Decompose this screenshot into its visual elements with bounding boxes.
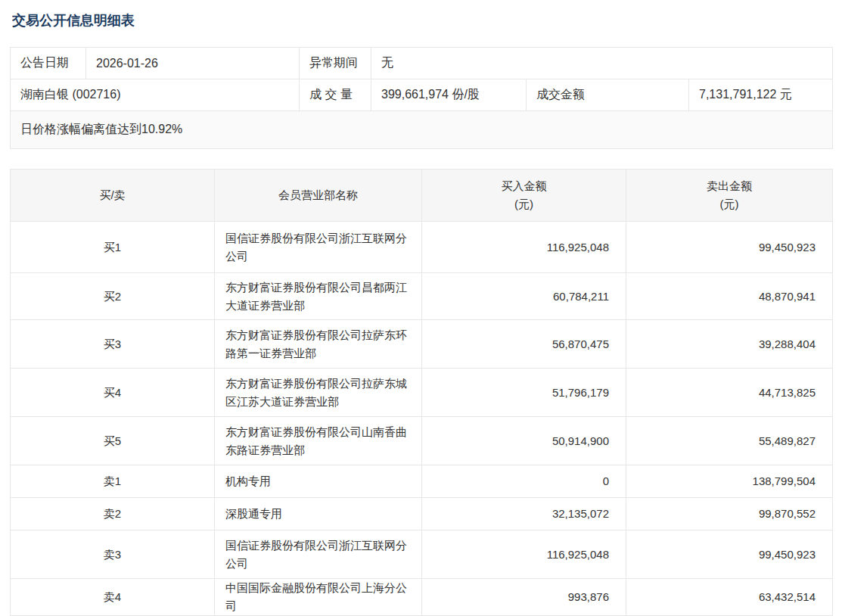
buy-amount-cell: 51,796,179	[422, 369, 626, 417]
sell-amount-cell: 44,713,825	[626, 369, 833, 417]
side-cell: 买1	[11, 222, 215, 273]
announcement-date-value: 2026-01-26	[86, 48, 300, 79]
buy-amount-cell: 993,876	[422, 579, 626, 616]
abnormal-period-value: 无	[371, 48, 833, 79]
summary-row-note: 日价格涨幅偏离值达到10.92%	[11, 111, 833, 149]
column-header-1: 会员营业部名称	[215, 170, 422, 222]
table-row: 卖1机构专用0138,799,504	[11, 465, 833, 498]
column-header-line1: 买入金额	[422, 177, 626, 195]
turnover-label: 成交金额	[527, 79, 689, 111]
table-row: 买3东方财富证券股份有限公司拉萨东环路第一证券营业部56,870,47539,2…	[11, 320, 833, 369]
turnover-value: 7,131,791,122 元	[689, 79, 833, 111]
buy-amount-cell: 60,784,211	[422, 273, 626, 320]
buy-amount-cell: 116,925,048	[422, 530, 626, 579]
sell-amount-cell: 63,432,514	[626, 579, 833, 616]
sell-amount-cell: 48,870,941	[626, 273, 833, 320]
table-row: 卖3国信证券股份有限公司浙江互联网分公司116,925,04899,450,92…	[11, 530, 833, 579]
table-row: 买2东方财富证券股份有限公司昌都两江大道证券营业部60,784,21148,87…	[11, 273, 833, 320]
branch-name-cell: 东方财富证券股份有限公司山南香曲东路证券营业部	[215, 417, 422, 465]
detail-table-header-row: 买/卖会员营业部名称买入金额(元)卖出金额(元)	[11, 170, 833, 222]
sell-amount-cell: 39,288,404	[626, 320, 833, 369]
side-cell: 卖2	[11, 498, 215, 530]
buy-amount-cell: 0	[422, 465, 626, 498]
buy-amount-cell: 56,870,475	[422, 320, 626, 369]
summary-table: 公告日期 2026-01-26 异常期间 无 湖南白银 (002716) 成 交…	[10, 47, 833, 149]
column-header-0: 买/卖	[11, 170, 215, 222]
column-header-line1: 卖出金额	[626, 177, 832, 195]
sell-amount-cell: 99,870,552	[626, 498, 833, 530]
stock-name: 湖南白银 (002716)	[11, 79, 300, 111]
sell-amount-cell: 99,450,923	[626, 222, 833, 273]
branch-name-cell: 国信证券股份有限公司浙江互联网分公司	[215, 222, 422, 273]
table-row: 买5东方财富证券股份有限公司山南香曲东路证券营业部50,914,90055,48…	[11, 417, 833, 465]
table-row: 买4东方财富证券股份有限公司拉萨东城区江苏大道证券营业部51,796,17944…	[11, 369, 833, 417]
volume-value: 399,661,974 份/股	[371, 79, 527, 111]
announcement-date-label: 公告日期	[11, 48, 86, 79]
buy-amount-cell: 32,135,072	[422, 498, 626, 530]
side-cell: 卖4	[11, 579, 215, 616]
branch-name-cell: 东方财富证券股份有限公司拉萨东环路第一证券营业部	[215, 320, 422, 369]
branch-name-cell: 国信证券股份有限公司浙江互联网分公司	[215, 530, 422, 579]
table-row: 卖2深股通专用32,135,07299,870,552	[11, 498, 833, 530]
column-header-line2: (元)	[626, 195, 832, 213]
side-cell: 买5	[11, 417, 215, 465]
sell-amount-cell: 55,489,827	[626, 417, 833, 465]
column-header-line1: 会员营业部名称	[215, 186, 421, 204]
abnormal-period-label: 异常期间	[300, 48, 371, 79]
volume-label: 成 交 量	[300, 79, 371, 111]
branch-name-cell: 东方财富证券股份有限公司拉萨东城区江苏大道证券营业部	[215, 369, 422, 417]
branch-name-cell: 机构专用	[215, 465, 422, 498]
table-row: 卖4中国国际金融股份有限公司上海分公司993,87663,432,514	[11, 579, 833, 616]
summary-row-stock: 湖南白银 (002716) 成 交 量 399,661,974 份/股 成交金额…	[11, 79, 833, 111]
column-header-line2: (元)	[422, 195, 626, 213]
side-cell: 买4	[11, 369, 215, 417]
sell-amount-cell: 99,450,923	[626, 530, 833, 579]
table-row: 买1国信证券股份有限公司浙江互联网分公司116,925,04899,450,92…	[11, 222, 833, 273]
side-cell: 卖1	[11, 465, 215, 498]
column-header-line1: 买/卖	[11, 186, 214, 204]
sell-amount-cell: 138,799,504	[626, 465, 833, 498]
page-title: 交易公开信息明细表	[0, 0, 842, 30]
column-header-2: 买入金额(元)	[422, 170, 626, 222]
branch-name-cell: 深股通专用	[215, 498, 422, 530]
page: 交易公开信息明细表 公告日期 2026-01-26 异常期间 无 湖南白银 (0…	[0, 0, 842, 616]
detail-table: 买/卖会员营业部名称买入金额(元)卖出金额(元) 买1国信证券股份有限公司浙江互…	[10, 169, 833, 616]
branch-name-cell: 中国国际金融股份有限公司上海分公司	[215, 579, 422, 616]
column-header-3: 卖出金额(元)	[626, 170, 833, 222]
deviation-note: 日价格涨幅偏离值达到10.92%	[11, 111, 833, 149]
summary-row-announcement: 公告日期 2026-01-26 异常期间 无	[11, 48, 833, 79]
buy-amount-cell: 116,925,048	[422, 222, 626, 273]
side-cell: 卖3	[11, 530, 215, 579]
buy-amount-cell: 50,914,900	[422, 417, 626, 465]
side-cell: 买3	[11, 320, 215, 369]
branch-name-cell: 东方财富证券股份有限公司昌都两江大道证券营业部	[215, 273, 422, 320]
side-cell: 买2	[11, 273, 215, 320]
